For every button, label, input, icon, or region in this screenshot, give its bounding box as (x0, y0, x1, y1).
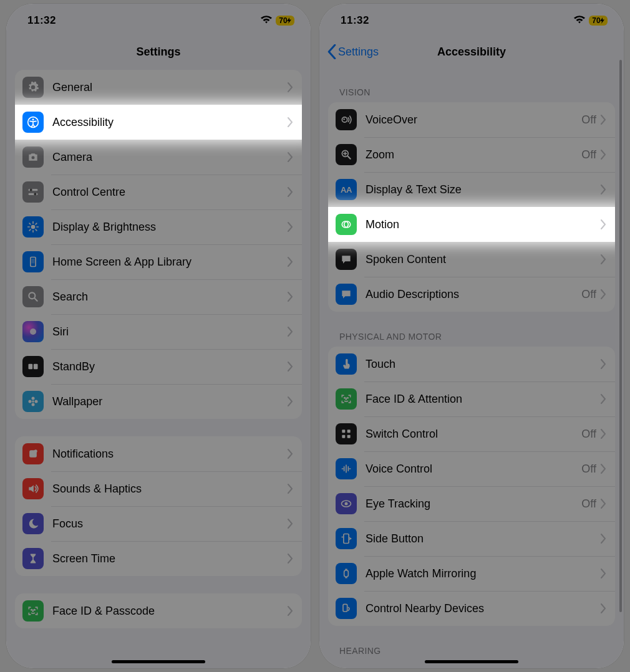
svg-point-18 (32, 397, 35, 400)
voice-icon (336, 458, 357, 479)
row-voice-control[interactable]: Voice ControlOff (328, 451, 615, 486)
row-switch-control[interactable]: Switch ControlOff (328, 416, 615, 451)
row-siri[interactable]: Siri (15, 314, 302, 349)
chevron-right-icon (287, 484, 293, 494)
battery-indicator: 70 (589, 16, 608, 26)
row-face-id-attention[interactable]: Face ID & Attention (328, 382, 615, 416)
row-side-button[interactable]: Side Button (328, 521, 615, 556)
row-value: Off (581, 497, 596, 511)
chevron-right-icon (287, 519, 293, 529)
flower-icon (22, 391, 44, 412)
row-eye-tracking[interactable]: Eye TrackingOff (328, 486, 615, 521)
row-screen-time[interactable]: Screen Time (15, 541, 302, 576)
row-display-brightness[interactable]: Display & Brightness (15, 209, 302, 244)
row-focus[interactable]: Focus (15, 506, 302, 541)
row-zoom[interactable]: ZoomOff (328, 137, 615, 172)
chevron-right-icon (287, 606, 293, 616)
row-notifications[interactable]: Notifications (15, 436, 302, 471)
wifi-icon (261, 15, 272, 26)
row-accessibility[interactable]: Accessibility (15, 105, 302, 140)
svg-point-20 (29, 400, 32, 403)
aa-icon: AA (336, 179, 357, 200)
siri-icon (22, 321, 44, 342)
row-spoken-content[interactable]: Spoken Content (328, 242, 615, 277)
row-face-id-passcode[interactable]: Face ID & Passcode (15, 593, 302, 628)
row-value: Off (581, 148, 596, 161)
chevron-right-icon (600, 219, 606, 229)
row-standby[interactable]: StandBy (15, 349, 302, 384)
row-audio-descriptions[interactable]: Audio DescriptionsOff (328, 277, 615, 312)
svg-rect-44 (344, 534, 349, 544)
chevron-right-icon (287, 117, 293, 127)
row-camera[interactable]: Camera (15, 140, 302, 175)
row-display-text-size[interactable]: AADisplay & Text Size (328, 172, 615, 207)
back-button[interactable]: Settings (327, 44, 379, 59)
svg-point-25 (31, 610, 32, 610)
svg-rect-41 (347, 435, 351, 438)
bubble-icon (336, 249, 357, 270)
svg-point-36 (344, 398, 345, 398)
row-voiceover[interactable]: VoiceOverOff (328, 102, 615, 137)
chevron-right-icon (600, 464, 606, 474)
row-control-nearby-devices[interactable]: Control Nearby Devices (328, 591, 615, 626)
chevron-right-icon (600, 359, 606, 369)
row-search[interactable]: Search (15, 279, 302, 314)
row-label: Search (52, 290, 287, 304)
svg-point-10 (34, 193, 36, 195)
svg-point-9 (30, 189, 32, 191)
back-label: Settings (338, 46, 379, 59)
svg-point-24 (34, 449, 37, 453)
nav-bar: Settings Accessibility (319, 34, 624, 70)
svg-rect-39 (347, 430, 351, 433)
row-general[interactable]: General (15, 70, 302, 105)
row-label: Face ID & Attention (366, 393, 600, 406)
home-indicator[interactable] (425, 660, 518, 663)
row-sounds-haptics[interactable]: Sounds & Haptics (15, 471, 302, 506)
vision-group: VoiceOverOffZoomOffAADisplay & Text Size… (328, 102, 615, 312)
status-time: 11:32 (341, 14, 369, 27)
section-header-hearing: HEARING (319, 643, 624, 661)
battery-indicator: 70 (276, 16, 294, 26)
row-value: Off (581, 113, 596, 127)
row-control-centre[interactable]: Control Centre (15, 175, 302, 209)
chevron-right-icon (600, 289, 606, 299)
faceid-icon (336, 388, 357, 410)
settings-group-2: NotificationsSounds & HapticsFocusScreen… (15, 436, 302, 576)
svg-point-22 (32, 400, 34, 402)
page-title: Settings (136, 46, 180, 59)
row-label: Zoom (366, 148, 581, 161)
row-wallpaper[interactable]: Wallpaper (15, 384, 302, 419)
gear-icon (22, 77, 44, 98)
row-label: Switch Control (366, 428, 581, 441)
row-touch[interactable]: Touch (328, 347, 615, 382)
home-indicator[interactable] (112, 660, 205, 663)
row-apple-watch-mirroring[interactable]: Apple Watch Mirroring (328, 556, 615, 591)
row-home-screen-app-library[interactable]: Home Screen & App Library (15, 244, 302, 279)
row-label: Side Button (366, 532, 600, 545)
speaker-icon (22, 478, 44, 499)
section-header-motor: PHYSICAL AND MOTOR (319, 329, 624, 347)
voiceover-icon (336, 109, 357, 130)
row-label: VoiceOver (366, 113, 581, 127)
section-header-vision: VISION (319, 70, 624, 102)
chevron-right-icon (600, 603, 606, 613)
accessibility-screen: 11:32 70 Settings Accessibility VISION V… (319, 4, 624, 668)
row-motion[interactable]: Motion (328, 207, 615, 242)
svg-rect-38 (342, 430, 345, 433)
row-label: StandBy (52, 360, 287, 373)
nav-bar: Settings (6, 34, 311, 70)
scrollbar[interactable] (619, 60, 622, 612)
wifi-icon (574, 15, 585, 26)
nearby-icon (336, 598, 357, 619)
chevron-right-icon (287, 257, 293, 267)
svg-rect-16 (29, 364, 33, 369)
chevron-right-icon (287, 396, 293, 406)
row-label: Motion (366, 218, 600, 231)
row-label: Eye Tracking (366, 497, 581, 511)
svg-rect-13 (32, 259, 35, 264)
chevron-right-icon (600, 115, 606, 125)
svg-point-43 (345, 502, 348, 506)
row-label: Camera (52, 151, 287, 164)
chevron-right-icon (287, 327, 293, 337)
access-icon (22, 112, 44, 133)
